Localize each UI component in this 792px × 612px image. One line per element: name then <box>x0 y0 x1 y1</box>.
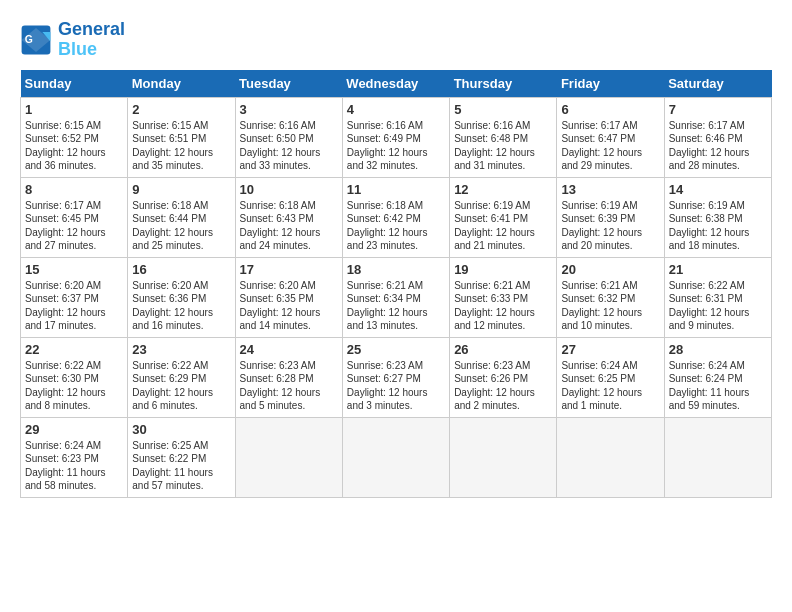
day-info: Sunrise: 6:16 AM Sunset: 6:49 PM Dayligh… <box>347 119 445 173</box>
calendar-day: 12Sunrise: 6:19 AM Sunset: 6:41 PM Dayli… <box>450 177 557 257</box>
day-number: 15 <box>25 262 123 277</box>
calendar-day: 6Sunrise: 6:17 AM Sunset: 6:47 PM Daylig… <box>557 97 664 177</box>
day-number: 19 <box>454 262 552 277</box>
logo-text: General Blue <box>58 20 125 60</box>
day-info: Sunrise: 6:22 AM Sunset: 6:31 PM Dayligh… <box>669 279 767 333</box>
day-number: 22 <box>25 342 123 357</box>
weekday-header: Wednesday <box>342 70 449 98</box>
calendar-day <box>557 417 664 497</box>
calendar-day: 13Sunrise: 6:19 AM Sunset: 6:39 PM Dayli… <box>557 177 664 257</box>
day-info: Sunrise: 6:21 AM Sunset: 6:33 PM Dayligh… <box>454 279 552 333</box>
calendar-day: 2Sunrise: 6:15 AM Sunset: 6:51 PM Daylig… <box>128 97 235 177</box>
day-number: 12 <box>454 182 552 197</box>
calendar-day: 26Sunrise: 6:23 AM Sunset: 6:26 PM Dayli… <box>450 337 557 417</box>
day-info: Sunrise: 6:18 AM Sunset: 6:44 PM Dayligh… <box>132 199 230 253</box>
day-info: Sunrise: 6:24 AM Sunset: 6:24 PM Dayligh… <box>669 359 767 413</box>
logo-icon: G <box>20 24 52 56</box>
day-number: 10 <box>240 182 338 197</box>
day-number: 27 <box>561 342 659 357</box>
day-info: Sunrise: 6:17 AM Sunset: 6:45 PM Dayligh… <box>25 199 123 253</box>
day-info: Sunrise: 6:21 AM Sunset: 6:32 PM Dayligh… <box>561 279 659 333</box>
calendar-day: 23Sunrise: 6:22 AM Sunset: 6:29 PM Dayli… <box>128 337 235 417</box>
calendar-day: 27Sunrise: 6:24 AM Sunset: 6:25 PM Dayli… <box>557 337 664 417</box>
day-info: Sunrise: 6:22 AM Sunset: 6:30 PM Dayligh… <box>25 359 123 413</box>
day-info: Sunrise: 6:20 AM Sunset: 6:35 PM Dayligh… <box>240 279 338 333</box>
calendar-day: 21Sunrise: 6:22 AM Sunset: 6:31 PM Dayli… <box>664 257 771 337</box>
day-number: 20 <box>561 262 659 277</box>
calendar-day <box>235 417 342 497</box>
calendar-day: 19Sunrise: 6:21 AM Sunset: 6:33 PM Dayli… <box>450 257 557 337</box>
calendar-table: SundayMondayTuesdayWednesdayThursdayFrid… <box>20 70 772 498</box>
day-info: Sunrise: 6:18 AM Sunset: 6:43 PM Dayligh… <box>240 199 338 253</box>
day-number: 29 <box>25 422 123 437</box>
calendar-day: 7Sunrise: 6:17 AM Sunset: 6:46 PM Daylig… <box>664 97 771 177</box>
calendar-day: 29Sunrise: 6:24 AM Sunset: 6:23 PM Dayli… <box>21 417 128 497</box>
weekday-header: Monday <box>128 70 235 98</box>
calendar-day: 11Sunrise: 6:18 AM Sunset: 6:42 PM Dayli… <box>342 177 449 257</box>
day-info: Sunrise: 6:16 AM Sunset: 6:48 PM Dayligh… <box>454 119 552 173</box>
day-number: 26 <box>454 342 552 357</box>
calendar-day: 17Sunrise: 6:20 AM Sunset: 6:35 PM Dayli… <box>235 257 342 337</box>
calendar-day: 28Sunrise: 6:24 AM Sunset: 6:24 PM Dayli… <box>664 337 771 417</box>
calendar-day <box>450 417 557 497</box>
calendar-day <box>664 417 771 497</box>
day-info: Sunrise: 6:22 AM Sunset: 6:29 PM Dayligh… <box>132 359 230 413</box>
calendar-day: 1Sunrise: 6:15 AM Sunset: 6:52 PM Daylig… <box>21 97 128 177</box>
day-number: 23 <box>132 342 230 357</box>
day-number: 2 <box>132 102 230 117</box>
day-info: Sunrise: 6:23 AM Sunset: 6:27 PM Dayligh… <box>347 359 445 413</box>
calendar-day: 18Sunrise: 6:21 AM Sunset: 6:34 PM Dayli… <box>342 257 449 337</box>
weekday-header: Sunday <box>21 70 128 98</box>
day-number: 21 <box>669 262 767 277</box>
day-number: 24 <box>240 342 338 357</box>
calendar-week: 29Sunrise: 6:24 AM Sunset: 6:23 PM Dayli… <box>21 417 772 497</box>
page-header: G General Blue <box>20 20 772 60</box>
logo: G General Blue <box>20 20 125 60</box>
calendar-week: 22Sunrise: 6:22 AM Sunset: 6:30 PM Dayli… <box>21 337 772 417</box>
day-number: 13 <box>561 182 659 197</box>
day-number: 5 <box>454 102 552 117</box>
day-info: Sunrise: 6:25 AM Sunset: 6:22 PM Dayligh… <box>132 439 230 493</box>
day-number: 1 <box>25 102 123 117</box>
day-info: Sunrise: 6:19 AM Sunset: 6:38 PM Dayligh… <box>669 199 767 253</box>
calendar-day: 22Sunrise: 6:22 AM Sunset: 6:30 PM Dayli… <box>21 337 128 417</box>
calendar-day: 8Sunrise: 6:17 AM Sunset: 6:45 PM Daylig… <box>21 177 128 257</box>
calendar-day: 30Sunrise: 6:25 AM Sunset: 6:22 PM Dayli… <box>128 417 235 497</box>
day-number: 25 <box>347 342 445 357</box>
calendar-day <box>342 417 449 497</box>
weekday-header: Tuesday <box>235 70 342 98</box>
calendar-day: 4Sunrise: 6:16 AM Sunset: 6:49 PM Daylig… <box>342 97 449 177</box>
day-number: 28 <box>669 342 767 357</box>
day-info: Sunrise: 6:15 AM Sunset: 6:51 PM Dayligh… <box>132 119 230 173</box>
day-number: 11 <box>347 182 445 197</box>
day-number: 4 <box>347 102 445 117</box>
day-number: 14 <box>669 182 767 197</box>
day-number: 9 <box>132 182 230 197</box>
weekday-header: Saturday <box>664 70 771 98</box>
day-info: Sunrise: 6:20 AM Sunset: 6:36 PM Dayligh… <box>132 279 230 333</box>
weekday-header: Thursday <box>450 70 557 98</box>
day-info: Sunrise: 6:23 AM Sunset: 6:26 PM Dayligh… <box>454 359 552 413</box>
day-info: Sunrise: 6:19 AM Sunset: 6:41 PM Dayligh… <box>454 199 552 253</box>
calendar-day: 14Sunrise: 6:19 AM Sunset: 6:38 PM Dayli… <box>664 177 771 257</box>
day-info: Sunrise: 6:24 AM Sunset: 6:23 PM Dayligh… <box>25 439 123 493</box>
calendar-week: 15Sunrise: 6:20 AM Sunset: 6:37 PM Dayli… <box>21 257 772 337</box>
calendar-day: 25Sunrise: 6:23 AM Sunset: 6:27 PM Dayli… <box>342 337 449 417</box>
calendar-day: 20Sunrise: 6:21 AM Sunset: 6:32 PM Dayli… <box>557 257 664 337</box>
calendar-day: 5Sunrise: 6:16 AM Sunset: 6:48 PM Daylig… <box>450 97 557 177</box>
calendar-header: SundayMondayTuesdayWednesdayThursdayFrid… <box>21 70 772 98</box>
day-number: 3 <box>240 102 338 117</box>
day-info: Sunrise: 6:21 AM Sunset: 6:34 PM Dayligh… <box>347 279 445 333</box>
day-number: 6 <box>561 102 659 117</box>
day-number: 8 <box>25 182 123 197</box>
day-number: 7 <box>669 102 767 117</box>
day-number: 17 <box>240 262 338 277</box>
day-info: Sunrise: 6:17 AM Sunset: 6:46 PM Dayligh… <box>669 119 767 173</box>
day-info: Sunrise: 6:23 AM Sunset: 6:28 PM Dayligh… <box>240 359 338 413</box>
weekday-header: Friday <box>557 70 664 98</box>
calendar-day: 10Sunrise: 6:18 AM Sunset: 6:43 PM Dayli… <box>235 177 342 257</box>
calendar-day: 24Sunrise: 6:23 AM Sunset: 6:28 PM Dayli… <box>235 337 342 417</box>
day-info: Sunrise: 6:16 AM Sunset: 6:50 PM Dayligh… <box>240 119 338 173</box>
day-info: Sunrise: 6:18 AM Sunset: 6:42 PM Dayligh… <box>347 199 445 253</box>
day-number: 18 <box>347 262 445 277</box>
